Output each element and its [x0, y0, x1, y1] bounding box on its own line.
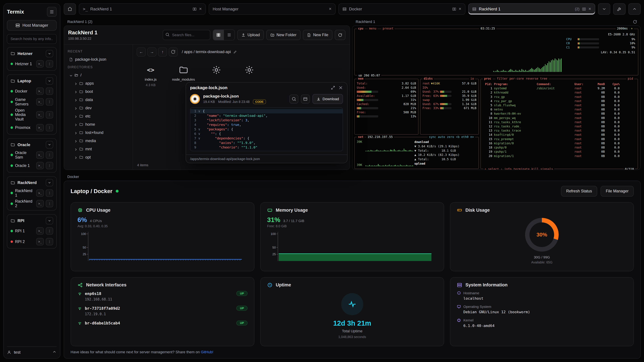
refresh-path-button[interactable] [169, 47, 178, 56]
file-grid-item[interactable] [204, 64, 228, 76]
chevron-down-icon[interactable] [46, 217, 53, 224]
tree-dir-media[interactable]: media [72, 137, 129, 145]
group-header[interactable]: Laptop [8, 76, 55, 86]
sidebar-host-item[interactable]: RackNerd 2>_⋮ [8, 198, 55, 209]
open-in-editor-button[interactable] [301, 94, 310, 104]
proc-options[interactable]: filter per-core reverse tree [496, 77, 548, 81]
kebab-menu-button[interactable]: ⋮ [46, 87, 53, 95]
github-link[interactable]: GitHub! [201, 350, 213, 354]
forward-button[interactable]: → [148, 47, 156, 56]
host-manager-button[interactable]: Host Manager [7, 20, 57, 31]
tab-host-manager[interactable]: Host Manager× [209, 3, 336, 15]
process-row[interactable]: 2kthreaddroot0B0.0 [481, 90, 638, 94]
tree-dir-dev[interactable]: dev [72, 104, 129, 112]
line-number[interactable]: 8 [190, 141, 202, 145]
grid-view-button[interactable] [213, 30, 224, 40]
search-in-file-button[interactable] [289, 94, 298, 104]
tree-dir-boot[interactable]: boot [72, 87, 129, 96]
tree-dir-etc[interactable]: etc [72, 112, 129, 120]
terminal-button[interactable]: >_ [36, 227, 44, 235]
terminal-button[interactable]: >_ [36, 124, 44, 131]
process-row[interactable]: 20migration/1root0B0.0 [481, 154, 638, 158]
chevron-down-icon[interactable] [46, 141, 53, 148]
close-tab-button[interactable]: × [459, 7, 461, 11]
process-row[interactable]: 14ksoftirqd/0root0B0.0 [481, 133, 638, 137]
close-button[interactable] [338, 85, 343, 90]
chevron-down-icon[interactable] [69, 73, 72, 77]
terminal-button[interactable]: >_ [36, 151, 44, 159]
chevron-down-icon[interactable] [46, 77, 53, 85]
sidebar-host-item[interactable]: Game Servers>_⋮ [8, 96, 55, 107]
tree-dir-mnt[interactable]: mnt [72, 145, 129, 153]
proc-header-row[interactable]: Pid:Program:Command:User:MemBCpu% [481, 82, 638, 86]
tab-list-button[interactable] [598, 3, 610, 15]
panel-title-docker[interactable]: Docker [64, 173, 641, 180]
terminal-button[interactable]: >_ [36, 238, 44, 245]
panel-title-terminal[interactable]: RackNerd 1 [352, 18, 641, 25]
line-number[interactable]: 6 ∨ [190, 132, 202, 136]
user-menu[interactable]: test [7, 347, 57, 355]
back-button[interactable]: ← [137, 47, 146, 56]
terminal-button[interactable]: >_ [36, 162, 44, 169]
tree-root[interactable]: / [68, 71, 129, 79]
up-button[interactable]: ↑ [158, 47, 167, 56]
sidebar-host-item[interactable]: Oracle Sam>_⋮ [8, 150, 55, 160]
process-row[interactable]: 15rcu_preemptroot0B0.0 [481, 137, 638, 141]
sidebar-host-item[interactable]: Docker>_⋮ [8, 86, 55, 96]
tree-dir-apps[interactable]: apps [72, 79, 129, 87]
net-controls[interactable]: sync auto zero <b eth0 n> [428, 135, 475, 139]
split-icon[interactable] [582, 7, 586, 11]
download-button[interactable]: Download [312, 94, 343, 104]
chevron-right-icon[interactable] [74, 82, 77, 85]
terminal-button[interactable]: >_ [36, 98, 44, 106]
tree-dir-data[interactable]: data [72, 96, 129, 104]
host-search-input[interactable] [7, 34, 57, 44]
upload-button[interactable]: Upload [237, 30, 264, 40]
sync-icon[interactable] [633, 20, 637, 24]
line-number[interactable]: 3 [190, 118, 202, 122]
group-header[interactable]: RackNerd [8, 178, 55, 188]
line-number[interactable]: 4 [190, 122, 202, 127]
terminal-button[interactable]: >_ [36, 189, 44, 197]
close-tab-button[interactable]: × [588, 7, 591, 11]
panel-title-file[interactable]: RackNerd 1 (2) [64, 18, 350, 25]
tree-dir-opt[interactable]: opt [72, 153, 129, 161]
sidebar-host-item[interactable]: Proxmox>_⋮ [8, 122, 55, 133]
line-number[interactable]: 2 [190, 113, 202, 118]
kebab-menu-button[interactable]: ⋮ [46, 151, 53, 159]
kebab-menu-button[interactable]: ⋮ [46, 238, 53, 245]
refresh-status-button[interactable]: Refresh Status [561, 186, 598, 197]
process-row[interactable]: 19cpuhp/1root0B0.0 [481, 149, 638, 154]
process-row[interactable]: 1systemd/sbin/initroot9.2M0.0 [481, 86, 638, 90]
collapse-button[interactable] [628, 3, 641, 15]
terminal-button[interactable]: >_ [36, 111, 44, 118]
list-view-button[interactable] [224, 30, 234, 40]
terminal[interactable]: cpu menu preset 03:31:25 2000ms + E5-268… [352, 26, 640, 170]
chevron-right-icon[interactable] [74, 131, 77, 134]
file-search-input[interactable] [163, 30, 210, 40]
process-row[interactable]: 5slub_flushwqroot0B0.0 [481, 103, 638, 107]
process-row[interactable]: 16migration/0root0B0.0 [481, 141, 638, 145]
kebab-menu-button[interactable]: ⋮ [46, 98, 53, 106]
tab-docker[interactable]: Docker× [338, 3, 466, 15]
process-row[interactable]: 4rcu_par_gproot0B0.0 [481, 99, 638, 103]
new-file-button[interactable]: New File [303, 30, 332, 40]
chevron-right-icon[interactable] [74, 147, 77, 151]
tree-dir-home[interactable]: home [72, 120, 129, 129]
process-row[interactable]: 8kworker/0:0H-evroot0B0.0 [481, 111, 638, 116]
group-header[interactable]: Oracle [8, 140, 55, 150]
refresh-files-button[interactable] [335, 30, 346, 40]
chevron-right-icon[interactable] [74, 139, 77, 143]
chevron-down-icon[interactable] [46, 50, 53, 57]
line-number[interactable]: 5 ∨ [190, 127, 202, 132]
group-header[interactable]: RPI [8, 216, 55, 226]
process-row[interactable]: 13rcu_tasks_traceroot0B0.0 [481, 128, 638, 133]
new-folder-button[interactable]: New Folder [266, 30, 300, 40]
terminal-button[interactable]: >_ [36, 200, 44, 207]
kebab-menu-button[interactable]: ⋮ [46, 111, 53, 118]
chevron-right-icon[interactable] [74, 98, 77, 102]
file-grid-item[interactable]: <>index.js4.3 KB [139, 64, 162, 87]
tools-button[interactable] [613, 3, 626, 15]
tab-racknerd-1[interactable]: RackNerd 1(2)× [468, 3, 595, 15]
close-tab-button[interactable]: × [199, 7, 202, 11]
